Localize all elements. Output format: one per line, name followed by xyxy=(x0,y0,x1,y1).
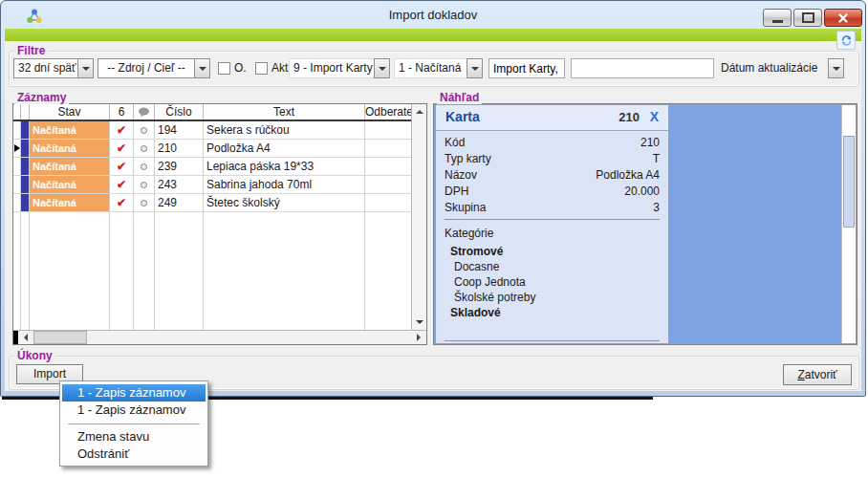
import-type-select[interactable]: 9 - Import Karty xyxy=(289,58,390,78)
note-dot-icon xyxy=(141,200,147,206)
actions-group-label: Úkony xyxy=(14,349,55,362)
category-item[interactable]: Skladové xyxy=(436,305,668,320)
field-label: Kód xyxy=(445,135,465,151)
field-row: Názov Podložka A4 xyxy=(436,167,668,184)
sort-by-value: Dátum aktualizácie xyxy=(716,58,828,78)
field-row: Typ karty T xyxy=(436,151,668,167)
field-value: 3 xyxy=(653,200,660,216)
table-row[interactable]: Načítaná ✔ 243 Sabrina jahoda 70ml xyxy=(13,176,411,194)
scroll-down-button[interactable] xyxy=(412,315,426,330)
search-input[interactable] xyxy=(571,58,714,78)
category-item[interactable]: Docasne xyxy=(436,259,668,274)
records-table: Stav 6 Číslo Text Odberateľ xyxy=(12,103,427,345)
period-dropdown-button[interactable] xyxy=(77,58,94,78)
source-target-filter-value: -- Zdroj / Cieľ -- xyxy=(98,58,194,78)
note-dot-icon xyxy=(141,145,147,152)
scroll-left-button[interactable] xyxy=(18,331,33,344)
menu-item-zapis-zaznamov[interactable]: 1 - Zapis záznamov xyxy=(62,384,206,402)
check-icon: ✔ xyxy=(110,158,133,175)
col-header-6[interactable]: 6 xyxy=(110,104,134,120)
preview-scrollbar[interactable] xyxy=(841,105,856,343)
col-header-text[interactable]: Text xyxy=(204,104,365,120)
checkbox-o-label: O. xyxy=(234,58,247,78)
status-filter-value: 1 - Načítaná xyxy=(394,58,467,78)
records-table-inner: Stav 6 Číslo Text Odberateľ xyxy=(13,104,411,330)
close-button[interactable] xyxy=(824,9,862,27)
vertical-scrollbar[interactable] xyxy=(411,104,426,330)
source-target-filter-select[interactable]: -- Zdroj / Cieľ -- xyxy=(98,58,210,78)
table-row[interactable]: Načítaná ✔ 239 Lepiaca páska 19*33 xyxy=(13,158,411,176)
chevron-down-icon xyxy=(379,67,386,71)
records-table-header: Stav 6 Číslo Text Odberateľ xyxy=(13,104,411,121)
close-dialog-button[interactable]: Zatvoriť xyxy=(783,364,852,385)
field-label: Skupina xyxy=(445,200,486,216)
menu-item-zapis-zaznamov-2[interactable]: 1 - Zapis záznamov xyxy=(62,402,206,419)
status-dropdown-button[interactable] xyxy=(467,58,483,78)
import-name-input[interactable] xyxy=(488,58,565,78)
col-header-stav[interactable]: Stav xyxy=(30,104,110,120)
accent-bar xyxy=(5,29,861,41)
chevron-down-icon xyxy=(471,67,479,71)
table-row[interactable]: Načítaná ✔ 249 Štetec školský xyxy=(13,194,411,212)
field-row: Skupina 3 xyxy=(436,200,668,216)
chevron-down-icon xyxy=(82,67,90,71)
col-header-cislo[interactable]: Číslo xyxy=(155,104,204,120)
field-value: 210 xyxy=(640,135,660,151)
menu-item-zmena-stavu[interactable]: Zmena stavu xyxy=(62,428,206,445)
arrow-down-icon xyxy=(416,320,423,324)
hscroll-thumb[interactable] xyxy=(33,331,87,344)
window-title: Import dokladov xyxy=(389,8,478,22)
status-filter-select[interactable]: 1 - Načítaná xyxy=(394,58,483,78)
arrow-left-icon xyxy=(24,334,28,341)
close-icon xyxy=(837,12,849,24)
app-window: Import dokladov xyxy=(0,0,866,397)
col-header-odberatel[interactable]: Odberateľ xyxy=(365,104,411,120)
sort-by-dropdown-button[interactable] xyxy=(828,58,844,78)
menu-item-odstranit[interactable]: Odstrániť xyxy=(62,445,206,463)
sort-by-select[interactable]: Dátum aktualizácie xyxy=(716,58,844,78)
table-empty-area xyxy=(13,212,411,330)
field-row: DPH 20.000 xyxy=(436,184,668,200)
minimize-icon xyxy=(772,20,783,23)
card-header: Karta 210 X xyxy=(436,105,668,131)
source-target-dropdown-button[interactable] xyxy=(194,58,210,78)
field-value: Podložka A4 xyxy=(596,167,660,184)
categories-label: Kategórie xyxy=(436,220,668,244)
import-type-dropdown-button[interactable] xyxy=(374,58,390,78)
checkbox-akt[interactable] xyxy=(255,62,268,75)
preview-card: Karta 210 X Kód 210 Typ karty T xyxy=(436,105,668,343)
dialog-content: Filtre 32 dní späť -- Zdroj / Cieľ -- O.… xyxy=(5,41,861,391)
refresh-icon xyxy=(840,34,853,47)
check-icon: ✔ xyxy=(110,176,133,193)
arrow-right-icon xyxy=(417,334,421,341)
preview-group-label: Náhľad xyxy=(437,91,482,104)
app-logo-icon xyxy=(26,9,43,24)
minimize-button[interactable] xyxy=(763,9,792,27)
card-number: 210 xyxy=(618,110,640,124)
table-row[interactable]: Načítaná ✔ 194 Sekera s rúčkou xyxy=(13,121,411,140)
col-header-note[interactable] xyxy=(134,104,155,120)
check-icon: ✔ xyxy=(110,140,133,157)
refresh-button[interactable] xyxy=(836,31,856,50)
horizontal-scrollbar[interactable] xyxy=(13,330,426,344)
check-icon: ✔ xyxy=(110,121,133,139)
import-context-menu: 1 - Zapis záznamov 1 - Zapis záznamov Zm… xyxy=(59,380,208,467)
category-item[interactable]: Stromové xyxy=(436,244,668,259)
period-filter-select[interactable]: 32 dní späť xyxy=(13,58,94,78)
checkbox-o[interactable] xyxy=(218,62,230,75)
scroll-right-button[interactable] xyxy=(411,331,426,344)
filters-group-label: Filtre xyxy=(14,44,48,57)
table-row-current[interactable]: Načítaná ✔ 210 Podložka A4 xyxy=(13,140,411,158)
category-item[interactable]: Školské potreby xyxy=(436,290,668,305)
title-bar[interactable]: Import dokladov xyxy=(1,1,865,29)
check-icon: ✔ xyxy=(110,194,133,211)
field-label: Typ karty xyxy=(445,151,491,167)
maximize-button[interactable] xyxy=(793,9,822,27)
col-marker xyxy=(21,104,30,120)
category-item[interactable]: Coop Jednota xyxy=(436,274,668,290)
hscroll-track[interactable] xyxy=(87,331,411,344)
card-close-button[interactable]: X xyxy=(650,109,659,124)
current-row-icon xyxy=(14,144,20,152)
scroll-up-button[interactable] xyxy=(412,104,426,120)
preview-scroll-thumb[interactable] xyxy=(843,136,855,228)
